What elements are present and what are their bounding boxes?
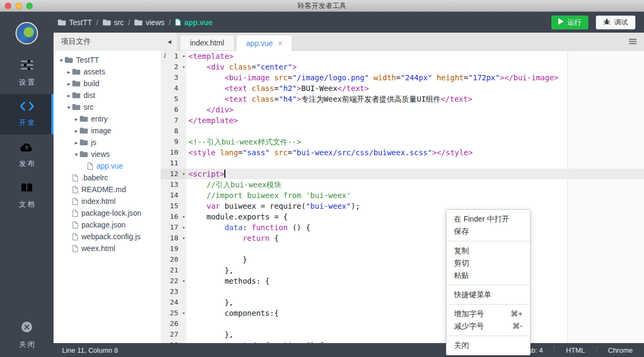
code-line[interactable]: </div> (186, 104, 644, 115)
fold-caret-icon[interactable]: ▾ (183, 169, 185, 179)
code-token: ></style> (432, 148, 473, 157)
code-line[interactable]: <template> (186, 51, 644, 62)
code-line[interactable] (186, 126, 644, 136)
tree-item-package-json[interactable]: package.json (54, 219, 161, 231)
tree-item-dist[interactable]: ▸dist (54, 89, 161, 101)
code-line[interactable]: }, (186, 265, 644, 276)
code-line[interactable]: </template> (186, 115, 644, 126)
code-line[interactable] (186, 318, 644, 329)
line-number: 18▾ (161, 233, 186, 244)
code-line[interactable]: <bui-image src="/image/logo.png" width="… (186, 72, 644, 83)
tree-item-testtt[interactable]: ▾TestTT (54, 54, 161, 66)
code-line[interactable]: components:{ (186, 308, 644, 318)
tab-index-html[interactable]: index.html (180, 35, 234, 50)
avatar[interactable] (16, 22, 38, 44)
menu-item-复制[interactable]: 复制 (446, 245, 530, 257)
code-line[interactable]: }, (186, 297, 644, 308)
tree-item-assets[interactable]: ▸assets (54, 66, 161, 78)
fold-caret-icon[interactable]: ▾ (183, 62, 185, 72)
tab-bar: index.htmlapp.vue× (177, 33, 644, 51)
code-line[interactable] (186, 158, 644, 169)
tree-item-webpack-config-js[interactable]: webpack.config.js (54, 231, 161, 242)
tree-item-app-vue[interactable]: app.vue (54, 160, 161, 172)
code-line[interactable]: //引入bui-weex模块 (186, 179, 644, 190)
code-line[interactable]: <!--引入bui-weex样式文件--> (186, 136, 644, 147)
status-item-HTML[interactable]: HTML (555, 343, 596, 357)
code-line[interactable]: return { (186, 233, 644, 244)
code-line[interactable]: <text class="h2">BUI-Weex</text> (186, 83, 644, 94)
code-token: <bui-image (224, 73, 269, 82)
menu-item-快捷键菜单[interactable]: 快捷键菜单 (446, 288, 530, 301)
code-line[interactable]: <text class="h4">专注为Weex前端开发者提供高质量UI组件</… (186, 94, 644, 104)
tree-item-src[interactable]: ▾src (54, 101, 161, 113)
code-line[interactable] (186, 244, 644, 254)
tree-item-js[interactable]: ▸js (54, 136, 161, 148)
code-line[interactable]: } (186, 254, 644, 265)
breadcrumb-item-app-vue[interactable]: app.vue (175, 18, 213, 27)
status-item-Chrome[interactable]: Chrome (597, 343, 644, 357)
breadcrumb-item-views[interactable]: views (134, 18, 164, 27)
tab-close-icon[interactable]: × (278, 39, 283, 47)
line-number: 24 (161, 297, 186, 308)
code-line[interactable]: methods: { (186, 276, 644, 286)
fold-caret-icon[interactable]: ▾ (183, 222, 185, 233)
code-line[interactable]: mounted: function () { (186, 340, 644, 343)
menu-item-剪切[interactable]: 剪切 (446, 257, 530, 269)
code-token: <text (224, 95, 247, 103)
code-line[interactable]: <script> (186, 169, 644, 179)
menu-item-保存[interactable]: 保存 (446, 225, 530, 238)
tree-item-weex-html[interactable]: weex.html (54, 242, 161, 254)
tab-menu-icon[interactable] (629, 39, 637, 44)
sidebar-item-docs[interactable]: 文档 (0, 176, 54, 216)
tree-item--babelrc[interactable]: .babelrc (54, 172, 161, 184)
code-line[interactable]: //import buiweex from 'bui-weex' (186, 190, 644, 201)
tree-item-build[interactable]: ▸build (54, 78, 161, 89)
code-area[interactable]: <template> <div class="center"> <bui-ima… (186, 51, 644, 343)
code-line[interactable]: var buiweex = require("bui-weex"); (186, 201, 644, 211)
menu-item-粘贴[interactable]: 粘贴 (446, 269, 530, 282)
fold-caret-icon[interactable]: ▾ (183, 340, 185, 343)
window-title: 聆客开发者工具 (0, 1, 644, 11)
tree-item-package-lock-json[interactable]: package-lock.json (54, 207, 161, 219)
code-token: () { (287, 223, 310, 232)
menu-item-增加字号[interactable]: 增加字号⌘+ (446, 308, 530, 320)
menu-item-减少字号[interactable]: 减少字号⌘- (446, 320, 530, 332)
file-icon (175, 19, 181, 26)
menu-item-在-Finder-中打开[interactable]: 在 Finder 中打开 (446, 213, 530, 225)
breadcrumb-item-src[interactable]: src (103, 18, 124, 27)
menu-item-关闭[interactable]: 关闭 (446, 339, 530, 352)
sidebar-item-publish[interactable]: 发布 (0, 134, 54, 176)
breadcrumb-item-testtt[interactable]: TestTT (58, 18, 92, 27)
collapse-panel-icon[interactable]: ◀ (168, 39, 171, 44)
code-editor[interactable]: i 1▾2▾3456789101112▾13141516▾17▾18▾19202… (161, 51, 644, 343)
code-token: "sass" (243, 148, 270, 157)
code-line[interactable]: <div class="center"> (186, 62, 644, 72)
sidebar-item-settings[interactable]: 设置 (0, 52, 54, 94)
fold-caret-icon[interactable]: ▾ (183, 233, 185, 244)
fold-caret-icon[interactable]: ▾ (183, 308, 185, 318)
run-button[interactable]: 运行 (551, 16, 588, 29)
tree-item-index-html[interactable]: index.html (54, 195, 161, 207)
breadcrumb-separator: / (92, 18, 103, 27)
fold-caret-icon[interactable]: ▾ (183, 211, 185, 222)
fold-caret-icon[interactable]: ▾ (183, 51, 185, 62)
chevron-right-icon: ▸ (65, 93, 72, 98)
tree-item-readme-md[interactable]: README.md (54, 184, 161, 195)
line-number: 25▾ (161, 308, 186, 318)
code-line[interactable]: data: function () { (186, 222, 644, 233)
code-line[interactable]: <style lang="sass" src="bui-weex/src/css… (186, 147, 644, 158)
sidebar-item-close[interactable]: 关闭 (18, 321, 36, 350)
code-line[interactable]: }, (186, 329, 644, 340)
tree-item-image[interactable]: ▸image (54, 125, 161, 136)
code-token: </div> (207, 105, 234, 114)
debug-button[interactable]: 调试 (596, 16, 635, 29)
tab-app-vue[interactable]: app.vue× (236, 35, 293, 51)
tree-item-entry[interactable]: ▸entry (54, 113, 161, 125)
code-line[interactable] (186, 286, 644, 297)
editor-gutter[interactable]: i 1▾2▾3456789101112▾13141516▾17▾18▾19202… (161, 51, 186, 343)
sidebar-item-develop[interactable]: 开发 (0, 94, 54, 134)
fold-caret-icon[interactable]: ▾ (183, 276, 185, 286)
code-line[interactable]: module.exports = { (186, 211, 644, 222)
code-token: <script> (188, 170, 224, 178)
tree-item-views[interactable]: ▾views (54, 148, 161, 160)
